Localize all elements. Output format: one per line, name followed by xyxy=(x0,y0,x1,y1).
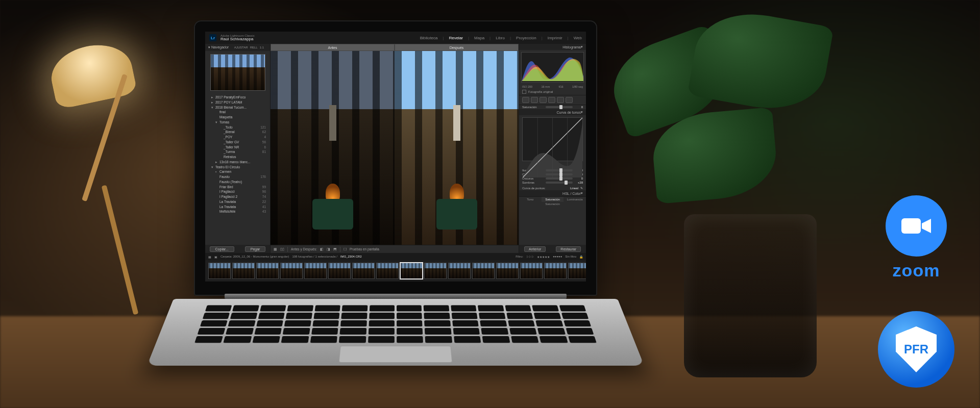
folder-row[interactable]: ▸2017 ParatyEmFoco xyxy=(205,95,270,100)
module-biblioteca[interactable]: Biblioteca xyxy=(420,36,438,40)
filmstrip[interactable] xyxy=(205,260,586,282)
filmstrip-thumb[interactable] xyxy=(544,263,567,279)
folder-row[interactable]: Mefistofele43 xyxy=(205,209,270,214)
original-photo-row[interactable]: Fotografía original xyxy=(519,89,586,95)
loupe-view-icon[interactable]: ▦ xyxy=(274,247,277,251)
star-filter-icon[interactable]: ★★★★★ xyxy=(537,255,550,259)
folder-row[interactable]: I Pagliacci96 xyxy=(205,189,270,194)
copy-button[interactable]: Copiar... xyxy=(210,246,234,252)
desk-lamp xyxy=(31,41,194,326)
after-image[interactable] xyxy=(395,51,519,245)
filmstrip-thumb[interactable] xyxy=(448,263,471,279)
filmstrip-thumb[interactable] xyxy=(232,263,255,279)
grad-filter-icon[interactable] xyxy=(548,97,555,103)
histogram-meta: ISO 20016 mmf/161/80 seg xyxy=(519,85,586,89)
module-imprimir[interactable]: Imprimir xyxy=(548,36,562,40)
point-curve-edit-icon[interactable]: ✎ xyxy=(580,186,583,190)
before-image[interactable] xyxy=(271,51,395,245)
filmstrip-thumb[interactable] xyxy=(352,263,375,279)
folder-row[interactable]: _Todo121 xyxy=(205,125,270,130)
filmstrip-thumb[interactable] xyxy=(568,263,586,279)
filter-lock-icon[interactable]: 🔒 xyxy=(579,255,583,259)
filmstrip-thumb[interactable] xyxy=(280,263,303,279)
nav-zoom-RELL[interactable]: RELL xyxy=(250,46,258,49)
hsl-tab-luminancia[interactable]: Luminancia xyxy=(564,197,586,202)
saturation-slider[interactable]: Saturación 0 xyxy=(519,105,586,109)
folder-row[interactable]: Fausto (Teatro) xyxy=(205,180,270,185)
color-filter-icon[interactable]: ●●●●● xyxy=(553,255,562,258)
filmstrip-thumb[interactable] xyxy=(472,263,495,279)
grid-icon[interactable]: ▦ xyxy=(208,255,211,259)
folder-row[interactable]: Friar Bird99 xyxy=(205,185,270,190)
spot-tool-icon[interactable] xyxy=(531,97,538,103)
ba-top-icon[interactable]: ⬒ xyxy=(333,247,337,251)
navigator-preview[interactable] xyxy=(210,54,265,91)
module-libro[interactable]: Libro xyxy=(496,36,505,40)
tone-curve-graph[interactable] xyxy=(522,117,583,161)
hsl-tab-tono[interactable]: Tono xyxy=(519,197,542,202)
folder-row[interactable]: Fausto176 xyxy=(205,174,270,180)
filmstrip-thumb[interactable] xyxy=(376,263,399,279)
lightroom-app: Lr Adobe Lightroom Classic Raúl Schivaza… xyxy=(205,32,586,282)
reset-button[interactable]: Restaurar xyxy=(556,246,581,252)
soft-proof-label: Pruebas en pantalla xyxy=(350,247,379,251)
folder-row[interactable]: _Bienal62 xyxy=(205,130,270,135)
navigator-header[interactable]: ▾ Navegador AJUSTARRELL1:1 xyxy=(205,44,270,51)
breadcrumb[interactable]: Carpeta: 2009_12_06 - Monumento (gran an… xyxy=(220,255,289,258)
folder-row[interactable]: Maqueta xyxy=(205,115,270,120)
folder-row[interactable]: I Pagliacci 274 xyxy=(205,194,270,199)
nav-zoom-1:1[interactable]: 1:1 xyxy=(260,46,264,49)
crop-tool-icon[interactable] xyxy=(522,97,529,103)
previous-button[interactable]: Anterior xyxy=(524,246,546,252)
folder-row[interactable]: •Carmen xyxy=(205,169,270,174)
ba-split-icon[interactable]: ◨ xyxy=(327,247,330,251)
module-revelar[interactable]: Revelar xyxy=(449,36,463,40)
folder-row[interactable]: ▸13x18 marco blanc... xyxy=(205,160,270,165)
module-mapa[interactable]: Mapa xyxy=(474,36,484,40)
filmstrip-thumb[interactable] xyxy=(400,263,423,279)
nav-zoom-AJUSTAR[interactable]: AJUSTAR xyxy=(234,46,248,49)
hsl-header[interactable]: HSL / Color ▾ xyxy=(519,190,586,196)
filmstrip-thumb[interactable] xyxy=(328,263,351,279)
module-proyección[interactable]: Proyección xyxy=(516,36,536,40)
hsl-tab-saturación[interactable]: Saturación xyxy=(542,197,564,202)
radial-filter-icon[interactable] xyxy=(557,97,564,103)
folder-row[interactable]: La Traviata22 xyxy=(205,199,270,205)
folder-row[interactable]: ▾Tomas xyxy=(205,120,270,125)
filmstrip-thumb[interactable] xyxy=(304,263,327,279)
filter-preset[interactable]: Sin filtro xyxy=(565,255,576,258)
soft-proof-checkbox[interactable]: ☐ xyxy=(344,247,347,251)
secondary-display-icon[interactable]: ▣ xyxy=(214,255,217,259)
flag-filter-icon[interactable]: ⚐⚐⚐ xyxy=(526,255,534,259)
ba-side-icon[interactable]: ◧ xyxy=(320,247,324,251)
histogram-header[interactable]: Histograma ▾ xyxy=(519,44,586,50)
compare-view-icon[interactable]: ▯▯ xyxy=(280,247,284,251)
filmstrip-thumb[interactable] xyxy=(520,263,543,279)
filmstrip-thumb[interactable] xyxy=(424,263,447,279)
before-after-images[interactable] xyxy=(271,51,519,245)
module-web[interactable]: Web xyxy=(574,36,582,40)
filmstrip-thumb[interactable] xyxy=(496,263,519,279)
original-checkbox-icon[interactable] xyxy=(522,90,526,94)
brush-tool-icon[interactable] xyxy=(566,97,573,103)
folder-row[interactable]: _Taller NR6 xyxy=(205,145,270,150)
folder-row[interactable]: _Taller GV56 xyxy=(205,140,270,145)
tone-slider-sombras[interactable]: Sombras+28 xyxy=(519,181,586,185)
folder-row[interactable]: _Turma81 xyxy=(205,149,270,155)
filmstrip-thumb[interactable] xyxy=(208,263,231,279)
current-filename: IMG_2304.CR2 xyxy=(340,255,362,258)
point-curve-value[interactable]: Lineal xyxy=(570,187,578,190)
tone-curve-header[interactable]: Curva de tonos ▾ xyxy=(519,109,586,115)
filmstrip-thumb[interactable] xyxy=(256,263,279,279)
histogram[interactable] xyxy=(521,52,584,83)
folder-row[interactable]: ▾2018 Bienal Tucum... xyxy=(205,105,270,110)
folder-row[interactable]: Retratos xyxy=(205,155,270,160)
point-curve-row[interactable]: Curva de puntos: Lineal ✎ xyxy=(519,186,586,190)
folder-row[interactable]: ▸2017 POY LATAM xyxy=(205,100,270,105)
redeye-tool-icon[interactable] xyxy=(540,97,547,103)
folder-row[interactable]: final xyxy=(205,110,270,115)
paste-button[interactable]: Pegar xyxy=(245,246,266,252)
folder-row[interactable]: _POY4 xyxy=(205,135,270,140)
folder-row[interactable]: La Traviata41 xyxy=(205,205,270,210)
folder-row[interactable]: ▾Teatro El Círculo xyxy=(205,165,270,170)
